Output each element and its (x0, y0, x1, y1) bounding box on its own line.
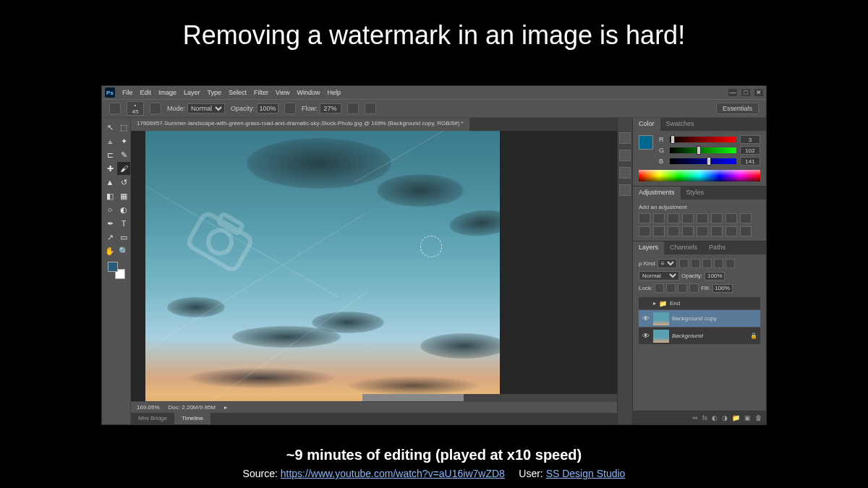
fx-icon[interactable]: fx (702, 414, 707, 421)
color-spectrum[interactable] (639, 170, 760, 181)
hand-tool-icon[interactable]: ✋ (103, 244, 116, 257)
move-tool-icon[interactable]: ↖ (103, 121, 116, 134)
horizontal-scrollbar[interactable] (362, 394, 617, 401)
menu-view[interactable]: View (276, 89, 289, 96)
pressure-opacity-icon[interactable] (284, 103, 296, 114)
color-swatches[interactable] (108, 262, 125, 279)
kind-select[interactable]: ≡ (658, 259, 677, 268)
fill-input[interactable] (712, 284, 733, 293)
opacity-input[interactable] (257, 103, 278, 114)
gradient-tool-icon[interactable]: ▦ (117, 189, 130, 202)
posterize-icon[interactable] (697, 226, 708, 236)
filter-shape-icon[interactable] (714, 259, 723, 268)
tab-styles[interactable]: Styles (681, 187, 710, 200)
trash-icon[interactable]: 🗑 (755, 414, 762, 421)
tab-paths[interactable]: Paths (703, 241, 731, 254)
crop-tool-icon[interactable]: ⊏ (103, 148, 116, 161)
mask-icon[interactable]: ◐ (712, 414, 718, 421)
menu-image[interactable]: Image (158, 89, 176, 96)
g-slider[interactable] (670, 147, 736, 153)
type-tool-icon[interactable]: T (117, 217, 130, 230)
zoom-level[interactable]: 169.05% (137, 404, 160, 411)
selective-icon[interactable] (740, 226, 752, 236)
marquee-tool-icon[interactable]: ⬚ (117, 121, 130, 134)
brightness-icon[interactable] (639, 213, 650, 223)
bw-icon[interactable] (740, 213, 752, 223)
airbrush-icon[interactable] (347, 103, 359, 114)
scrollbar-thumb[interactable] (362, 394, 464, 401)
brush-tool-icon[interactable]: 🖌 (117, 162, 130, 175)
tab-adjustments[interactable]: Adjustments (633, 187, 681, 200)
canvas[interactable] (145, 131, 500, 401)
wand-tool-icon[interactable]: ✦ (117, 134, 130, 147)
brush-panel-icon[interactable] (150, 103, 161, 114)
eyedropper-tool-icon[interactable]: ✎ (117, 148, 130, 161)
maximize-icon[interactable]: □ (741, 89, 750, 96)
new-group-icon[interactable]: 📁 (732, 414, 740, 421)
menu-edit[interactable]: Edit (140, 89, 152, 96)
vibrance-icon[interactable] (697, 213, 708, 223)
filter-pixel-icon[interactable] (679, 259, 689, 268)
menu-file[interactable]: File (122, 89, 133, 96)
r-input[interactable] (740, 135, 760, 144)
colorlookup-icon[interactable] (668, 226, 679, 236)
source-link[interactable]: https://www.youtube.com/watch?v=aU16iw7w… (281, 468, 505, 479)
lasso-tool-icon[interactable]: ⟁ (103, 134, 116, 147)
lock-position-icon[interactable] (678, 283, 687, 293)
visibility-icon[interactable]: 👁 (642, 314, 650, 322)
dodge-tool-icon[interactable]: ◐ (117, 203, 130, 216)
workspace-switcher[interactable]: Essentials (716, 103, 759, 114)
b-slider[interactable] (670, 158, 736, 164)
filter-type-icon[interactable] (702, 259, 712, 268)
close-icon[interactable]: ✕ (754, 89, 763, 96)
tab-mini-bridge[interactable]: Mini Bridge (131, 413, 174, 424)
menu-filter[interactable]: Filter (254, 89, 268, 96)
layer-name[interactable]: End (670, 300, 757, 307)
g-input[interactable] (740, 146, 760, 155)
photofilter-icon[interactable] (639, 226, 650, 236)
tab-channels[interactable]: Channels (664, 241, 703, 254)
blur-tool-icon[interactable]: ○ (103, 203, 116, 216)
levels-icon[interactable] (653, 213, 665, 223)
canvas-area[interactable] (131, 131, 617, 401)
color-swatch[interactable] (639, 135, 653, 150)
layer-name[interactable]: Background copy (672, 315, 757, 322)
colorbalance-icon[interactable] (726, 213, 737, 223)
user-link[interactable]: SS Design Studio (546, 468, 626, 479)
layer-thumbnail[interactable] (653, 312, 669, 325)
blend-select[interactable]: Normal (639, 271, 679, 281)
dock-icon[interactable] (619, 150, 631, 161)
document-tab[interactable]: 17608957-Summer-landscape-with-green-gra… (131, 118, 469, 131)
tab-color[interactable]: Color (633, 118, 660, 131)
shape-tool-icon[interactable]: ▭ (117, 231, 130, 244)
tool-preset-icon[interactable] (109, 103, 121, 114)
layer-opacity-input[interactable] (705, 272, 725, 281)
menu-help[interactable]: Help (327, 89, 341, 96)
chevron-right-icon[interactable]: ▸ (653, 300, 656, 307)
mode-select[interactable]: Normal (187, 103, 225, 114)
menu-window[interactable]: Window (297, 89, 320, 96)
tab-swatches[interactable]: Swatches (660, 118, 700, 131)
healing-tool-icon[interactable]: ✚ (103, 162, 116, 175)
history-brush-icon[interactable]: ↺ (117, 176, 130, 189)
curves-icon[interactable] (668, 213, 679, 223)
layer-item[interactable]: 👁 Background copy (639, 310, 760, 328)
lock-all-icon[interactable] (689, 283, 699, 293)
link-icon[interactable]: ⇔ (692, 414, 698, 421)
lock-transparent-icon[interactable] (655, 283, 664, 293)
visibility-icon[interactable]: 👁 (642, 332, 650, 340)
layer-group[interactable]: ▸ 📁 End (639, 297, 760, 310)
exposure-icon[interactable] (682, 213, 694, 223)
foreground-color-swatch[interactable] (108, 262, 118, 272)
dock-icon[interactable] (619, 184, 631, 196)
eraser-tool-icon[interactable]: ◧ (103, 189, 116, 202)
minimize-icon[interactable]: — (728, 89, 737, 96)
new-adjust-icon[interactable]: ◑ (722, 414, 728, 421)
path-tool-icon[interactable]: ↗ (103, 231, 116, 244)
tab-layers[interactable]: Layers (633, 241, 664, 254)
r-slider[interactable] (670, 137, 736, 142)
hue-icon[interactable] (711, 213, 723, 223)
lock-pixels-icon[interactable] (666, 283, 676, 293)
pen-tool-icon[interactable]: ✒ (103, 217, 116, 230)
menu-select[interactable]: Select (229, 89, 247, 96)
